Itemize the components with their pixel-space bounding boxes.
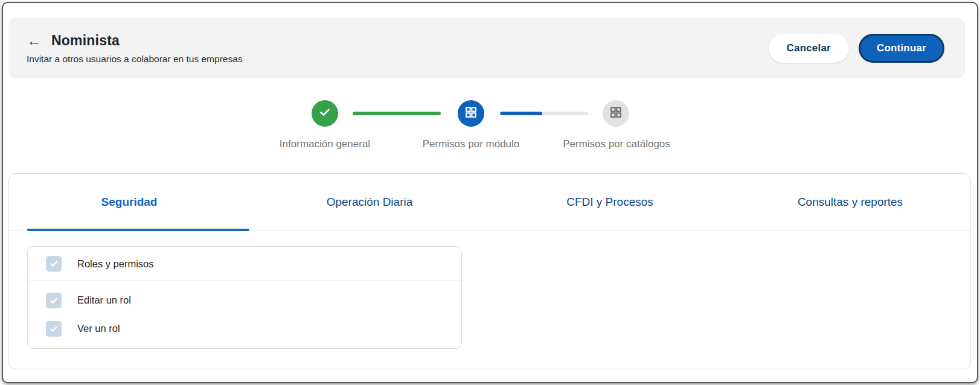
checkbox-roles-y-permisos[interactable] xyxy=(46,256,62,272)
permissions-card: Seguridad Operación Diaria CFDI y Proces… xyxy=(8,173,971,369)
header-left: ← Nominista Invitar a otros usuarios a c… xyxy=(27,33,243,65)
page: ← Nominista Invitar a otros usuarios a c… xyxy=(0,0,980,385)
tab-consultas-y-reportes[interactable]: Consultas y reportes xyxy=(730,174,970,230)
page-subtitle: Invitar a otros usuarios a colaborar en … xyxy=(27,54,243,65)
active-tab-indicator xyxy=(27,229,249,231)
step-connector-1 xyxy=(353,112,441,115)
permission-label: Ver un rol xyxy=(77,323,120,334)
step-label-informacion-general: Información general xyxy=(280,138,370,150)
permission-label: Editar un rol xyxy=(77,294,131,306)
permission-row-ver-un-rol: Ver un rol xyxy=(28,314,461,343)
tab-seguridad[interactable]: Seguridad xyxy=(9,174,249,230)
continue-button[interactable]: Continuar xyxy=(859,34,944,63)
back-arrow-icon[interactable]: ← xyxy=(27,33,42,48)
step-circle-permisos-por-modulo[interactable] xyxy=(458,100,484,127)
step-circle-informacion-general[interactable] xyxy=(312,100,338,127)
step-label-permisos-por-catalogos: Permisos por catálogos xyxy=(563,138,670,150)
tab-operacion-diaria[interactable]: Operación Diaria xyxy=(249,174,490,230)
header-bar: ← Nominista Invitar a otros usuarios a c… xyxy=(8,18,965,78)
title-row: ← Nominista xyxy=(27,33,243,49)
header-actions: Cancelar Continuar xyxy=(769,34,945,63)
step-circle-permisos-por-catalogos[interactable] xyxy=(603,100,629,127)
check-icon xyxy=(318,106,331,121)
checkbox-editar-un-rol[interactable] xyxy=(46,293,62,308)
grid-icon xyxy=(609,106,623,121)
permission-row-editar-un-rol: Editar un rol xyxy=(28,286,461,314)
grid-icon xyxy=(464,106,478,121)
permission-row-roles-y-permisos: Roles y permisos xyxy=(28,247,461,281)
permission-group-card: Roles y permisos Editar un rol Ver un ro… xyxy=(27,246,462,349)
cancel-button[interactable]: Cancelar xyxy=(769,34,849,63)
tab-cfdi-y-procesos[interactable]: CFDI y Procesos xyxy=(490,174,730,230)
checkbox-ver-un-rol[interactable] xyxy=(46,321,62,337)
permission-label: Roles y permisos xyxy=(77,258,154,270)
step-connector-2-progress xyxy=(500,112,542,115)
step-label-permisos-por-modulo: Permisos por módulo xyxy=(423,138,520,150)
tab-bar: Seguridad Operación Diaria CFDI y Proces… xyxy=(9,174,970,231)
page-title: Nominista xyxy=(51,33,120,49)
step-connector-2 xyxy=(500,112,588,115)
